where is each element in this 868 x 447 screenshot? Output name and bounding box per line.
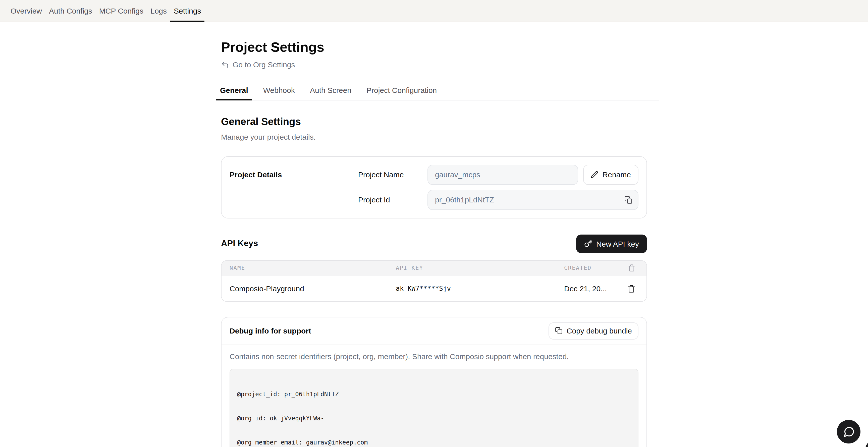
- general-settings-heading: General Settings: [221, 114, 647, 128]
- trash-icon: [628, 264, 635, 272]
- project-details-heading: Project Details: [229, 164, 358, 210]
- code-line: @project_id: pr_06th1pLdNtTZ: [237, 390, 631, 398]
- api-key-table-row: Composio-Playground ak_KW7*****Sjv Dec 2…: [221, 276, 647, 301]
- project-details-form: Project Name Rename Project Id: [358, 164, 639, 210]
- tab-general[interactable]: General: [216, 82, 252, 100]
- copy-project-id-button[interactable]: [620, 192, 637, 208]
- column-header-created: CREATED: [564, 265, 616, 271]
- tab-auth-screen[interactable]: Auth Screen: [306, 82, 355, 100]
- debug-code-block: @project_id: pr_06th1pLdNtTZ @org_id: ok…: [229, 369, 639, 447]
- project-id-input[interactable]: [428, 190, 639, 210]
- api-keys-table-header: NAME API KEY CREATED: [221, 260, 647, 276]
- api-keys-table: NAME API KEY CREATED Composio-Playground…: [221, 260, 647, 301]
- new-api-key-button[interactable]: New API key: [576, 234, 647, 253]
- column-header-api-key: API KEY: [396, 265, 564, 271]
- project-id-row: Project Id: [358, 190, 639, 210]
- api-keys-heading: API Keys: [221, 238, 258, 249]
- copy-debug-bundle-label: Copy debug bundle: [567, 326, 632, 335]
- copy-icon: [555, 327, 563, 334]
- key-icon: [584, 240, 592, 248]
- code-line: @org_id: ok_jVveqqkYFWa-: [237, 414, 631, 422]
- debug-heading: Debug info for support: [229, 326, 311, 335]
- pencil-icon: [591, 171, 598, 178]
- project-name-input[interactable]: [428, 164, 579, 185]
- org-settings-link-label: Go to Org Settings: [232, 60, 295, 69]
- project-id-label: Project Id: [358, 195, 428, 204]
- settings-tabs: General Webhook Auth Screen Project Conf…: [216, 82, 659, 100]
- trash-icon: [627, 285, 636, 293]
- tab-webhook[interactable]: Webhook: [259, 82, 299, 100]
- chat-button[interactable]: [837, 420, 861, 444]
- column-header-delete: [616, 264, 647, 272]
- nav-item-auth-configs[interactable]: Auth Configs: [45, 0, 96, 22]
- debug-description: Contains non-secret identifiers (project…: [229, 352, 639, 360]
- chat-bubble-icon: [843, 426, 855, 438]
- top-navigation: Overview Auth Configs MCP Configs Logs S…: [0, 0, 868, 22]
- api-keys-header: API Keys New API key: [221, 234, 647, 253]
- corner-up-left-icon: [221, 61, 229, 69]
- api-key-value-cell: ak_KW7*****Sjv: [396, 285, 564, 292]
- debug-info-card: Debug info for support Copy debug bundle…: [221, 317, 647, 447]
- tab-project-configuration[interactable]: Project Configuration: [363, 82, 441, 100]
- copy-icon: [624, 196, 632, 204]
- project-id-input-wrap: [428, 190, 639, 210]
- api-key-name-cell: Composio-Playground: [221, 284, 396, 293]
- delete-api-key-button[interactable]: [625, 283, 638, 294]
- app-window: Overview Auth Configs MCP Configs Logs S…: [0, 0, 868, 447]
- nav-item-mcp-configs[interactable]: MCP Configs: [96, 0, 147, 22]
- rename-button[interactable]: Rename: [583, 164, 639, 185]
- nav-item-overview[interactable]: Overview: [7, 0, 45, 22]
- api-key-created-cell: Dec 21, 20...: [564, 284, 616, 293]
- nav-item-logs[interactable]: Logs: [147, 0, 170, 22]
- api-key-delete-cell: [616, 283, 647, 294]
- code-line: @org_member_email: gaurav@inkeep.com: [237, 438, 631, 446]
- nav-item-settings[interactable]: Settings: [170, 0, 205, 22]
- debug-card-header: Debug info for support Copy debug bundle: [221, 317, 647, 345]
- project-name-label: Project Name: [358, 170, 428, 179]
- project-details-card: Project Details Project Name Rename Proj…: [221, 156, 647, 218]
- copy-debug-bundle-button[interactable]: Copy debug bundle: [549, 322, 639, 339]
- project-name-row: Project Name Rename: [358, 164, 639, 185]
- main-content: Project Settings Go to Org Settings Gene…: [221, 39, 647, 447]
- column-header-name: NAME: [221, 265, 396, 271]
- general-settings-subtitle: Manage your project details.: [221, 132, 647, 141]
- new-api-key-button-label: New API key: [596, 239, 639, 248]
- debug-card-body: Contains non-secret identifiers (project…: [221, 345, 647, 447]
- org-settings-link[interactable]: Go to Org Settings: [221, 60, 295, 69]
- page-title: Project Settings: [221, 39, 647, 56]
- corner-widget-fragment: [865, 439, 868, 447]
- rename-button-label: Rename: [602, 170, 631, 179]
